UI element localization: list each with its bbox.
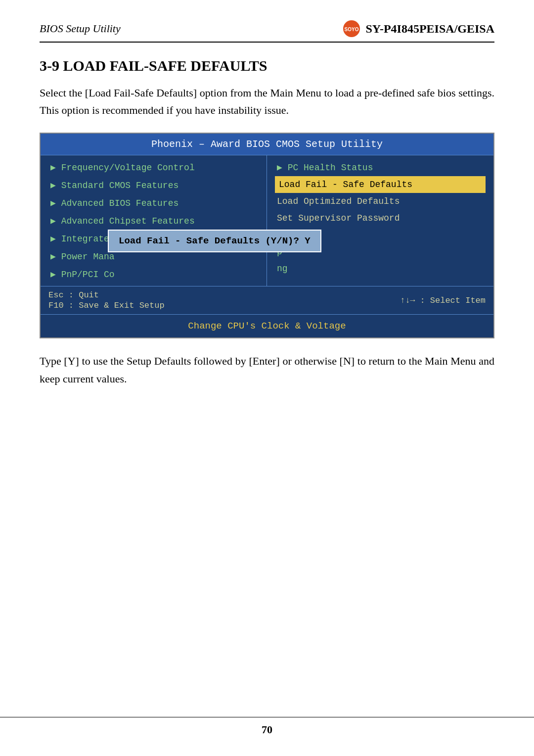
bios-item-label: ▶ Power Mana (50, 251, 115, 262)
bios-partial-text: ng (277, 264, 288, 274)
bios-menu-item-pnp[interactable]: ▶ PnP/PCI Co (48, 265, 259, 283)
section-heading: 3-9 LOAD FAIL-SAFE DEFAULTS (40, 57, 494, 74)
bios-status-bar: Change CPU's Clock & Voltage (41, 315, 493, 337)
bios-item-label: ▶ PC Health Status (277, 162, 373, 173)
bios-dialog-text: Load Fail - Safe Defaults (Y/N)? Y (119, 236, 311, 246)
bios-footer-right: ↑↓→ : Select Item (400, 296, 486, 305)
bios-menu-item-load-optimized[interactable]: Load Optimized Defaults (275, 193, 486, 210)
bios-menu-item-pc-health[interactable]: ▶ PC Health Status (275, 158, 486, 176)
bios-footer-left: Esc : Quit F10 : Save & Exit Setup (48, 290, 165, 310)
page-number-area: 70 (0, 717, 534, 736)
bios-dialog-rows: Load Fail - Safe Defaults (Y/N)? Y ▶ Int… (48, 230, 259, 283)
section-body-text: Select the [Load Fail-Safe Defaults] opt… (40, 84, 494, 119)
bios-f10-separator: : (69, 301, 79, 310)
bios-item-label: Load Optimized Defaults (277, 196, 400, 206)
bios-esc-action: Quit (79, 290, 99, 300)
bios-esc-label: Esc : Quit (48, 290, 165, 300)
bios-main-area: ▶ Frequency/Voltage Control ▶ Standard C… (41, 155, 493, 286)
bios-left-column: ▶ Frequency/Voltage Control ▶ Standard C… (41, 155, 267, 286)
bios-item-label: ▶ PnP/PCI Co (50, 269, 115, 280)
bios-select-item-label: Select Item (430, 296, 486, 305)
bios-menu-item-standard[interactable]: ▶ Standard CMOS Features (48, 176, 259, 194)
bios-esc-key: Esc (48, 290, 64, 300)
bios-f10-key: F10 (48, 301, 64, 310)
bios-item-label: Load Fail - Safe Defaults (279, 180, 412, 189)
bios-colon: : (420, 296, 425, 305)
bios-item-label: ▶ Advanced Chipset Features (50, 215, 195, 226)
page: BIOS Setup Utility SOYO SY-P4I845PEISA/G… (0, 0, 534, 756)
bios-menu-item-load-failsafe[interactable]: Load Fail - Safe Defaults (275, 176, 486, 193)
bios-item-label: ▶ Standard CMOS Features (50, 180, 178, 190)
bios-f10-action: Save & Exit Setup (79, 301, 164, 310)
bios-menu-item-advanced-bios[interactable]: ▶ Advanced BIOS Features (48, 194, 259, 212)
header-right: SOYO SY-P4I845PEISA/GEISA (343, 20, 494, 38)
bios-item-label: ▶ Frequency/Voltage Control (50, 162, 195, 173)
bios-f10-label: F10 : Save & Exit Setup (48, 301, 165, 310)
bios-title-bar: Phoenix – Award BIOS CMOS Setup Utility (41, 134, 493, 155)
bios-menu-item-frequency[interactable]: ▶ Frequency/Voltage Control (48, 158, 259, 176)
bios-menu-item-advanced-chipset[interactable]: ▶ Advanced Chipset Features (48, 212, 259, 230)
header-title-left: BIOS Setup Utility (40, 22, 121, 35)
bios-arrow-keys: ↑↓→ (400, 296, 415, 305)
bios-footer-bar: Esc : Quit F10 : Save & Exit Setup ↑↓→ :… (41, 286, 493, 315)
bios-item-label: Set Supervisor Password (277, 213, 400, 223)
soyo-logo-icon: SOYO (343, 20, 360, 38)
page-number: 70 (262, 723, 272, 736)
bios-menu-item-set-supervisor[interactable]: Set Supervisor Password (275, 210, 486, 227)
bios-ui-box: Phoenix – Award BIOS CMOS Setup Utility … (40, 133, 494, 338)
svg-text:SOYO: SOYO (345, 27, 359, 32)
bios-esc-separator: : (69, 290, 79, 300)
page-header: BIOS Setup Utility SOYO SY-P4I845PEISA/G… (40, 20, 494, 43)
bios-right-column: ▶ PC Health Status Load Fail - Safe Defa… (267, 155, 493, 286)
footer-text: Type [Y] to use the Setup Defaults follo… (40, 352, 494, 387)
bios-right-partial-3: ng (275, 260, 486, 277)
header-title-right: SY-P4I845PEISA/GEISA (365, 22, 494, 36)
bios-item-label: ▶ Advanced BIOS Features (50, 197, 178, 208)
bios-dialog-box: Load Fail - Safe Defaults (Y/N)? Y (108, 230, 321, 252)
